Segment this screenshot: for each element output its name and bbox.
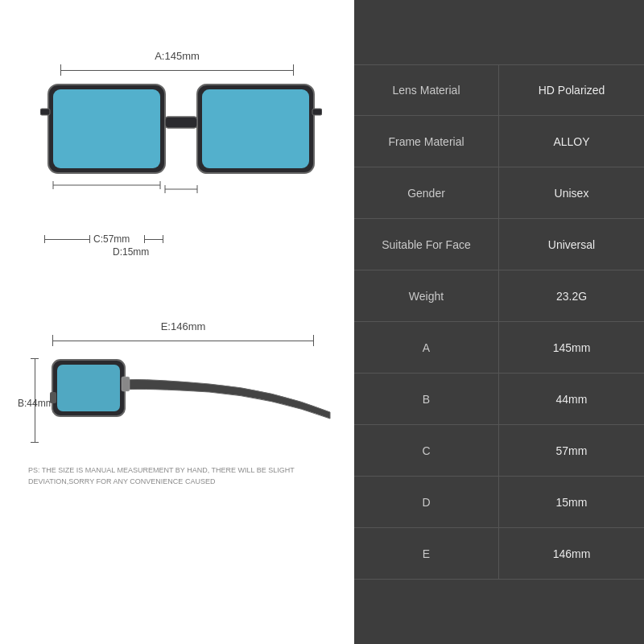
front-view-diagram: A:145mm — [16, 24, 338, 298]
svg-rect-1 — [53, 89, 160, 168]
spec-label-4: Weight — [354, 270, 499, 321]
spec-row-0: Lens MaterialHD Polarized — [354, 64, 644, 116]
spec-row-1: Frame MaterialALLOY — [354, 116, 644, 167]
spec-label-5: A — [354, 322, 499, 373]
dimension-a-label: A:145mm — [60, 50, 294, 62]
spec-label-2: Gender — [354, 167, 499, 218]
spec-row-9: E146mm — [354, 528, 644, 580]
d-label: D:15mm — [113, 246, 163, 258]
spec-row-5: A145mm — [354, 322, 644, 374]
svg-rect-5 — [40, 109, 50, 115]
dimension-e-label: E:146mm — [52, 320, 314, 332]
spec-value-9: 146mm — [499, 528, 644, 579]
spec-value-2: Unisex — [499, 167, 644, 218]
spec-value-1: ALLOY — [499, 116, 644, 167]
svg-rect-15 — [122, 377, 130, 391]
spec-value-4: 23.2G — [499, 270, 644, 321]
spec-label-8: D — [354, 477, 499, 527]
svg-rect-6 — [312, 109, 322, 115]
spec-label-3: Suitable For Face — [354, 219, 499, 270]
svg-rect-4 — [165, 117, 197, 128]
spec-row-8: D15mm — [354, 477, 644, 528]
spec-value-0: HD Polarized — [499, 65, 644, 115]
spec-row-3: Suitable For FaceUniversal — [354, 219, 644, 270]
e-line-bar — [53, 341, 313, 341]
specs-table-panel: Lens MaterialHD PolarizedFrame MaterialA… — [354, 0, 644, 644]
dimension-e-line — [52, 335, 314, 346]
spec-value-3: Universal — [499, 219, 644, 270]
spec-row-2: GenderUnisex — [354, 167, 644, 219]
spec-label-6: B — [354, 374, 499, 424]
main-container: A:145mm — [0, 0, 644, 644]
e-line-cap-right — [313, 335, 314, 346]
svg-rect-14 — [57, 365, 120, 411]
side-view-diagram: E:146mm B:44mm — [16, 314, 338, 491]
spec-row-6: B44mm — [354, 374, 644, 425]
spec-value-8: 15mm — [499, 477, 644, 527]
spec-label-9: E — [354, 528, 499, 579]
cd-labels: C:57mm D:15mm — [44, 233, 163, 258]
svg-rect-16 — [50, 392, 56, 403]
glasses-side-svg-container — [48, 348, 330, 464]
spec-value-7: 57mm — [499, 425, 644, 476]
svg-rect-3 — [202, 89, 309, 168]
specs-table: Lens MaterialHD PolarizedFrame MaterialA… — [354, 64, 644, 580]
ps-note: PS: THE SIZE IS MANUAL MEASUREMENT BY HA… — [28, 465, 330, 487]
spec-label-1: Frame Material — [354, 116, 499, 167]
spec-value-6: 44mm — [499, 374, 644, 424]
spec-row-4: Weight23.2G — [354, 270, 644, 322]
spec-row-7: C57mm — [354, 425, 644, 477]
glasses-front-svg — [40, 68, 314, 217]
c-label: C:57mm — [93, 233, 130, 245]
spec-value-5: 145mm — [499, 322, 644, 373]
spec-label-0: Lens Material — [354, 65, 499, 115]
dimension-e-container: E:146mm — [52, 320, 314, 346]
left-diagram-panel: A:145mm — [0, 0, 354, 644]
spec-label-7: C — [354, 425, 499, 476]
